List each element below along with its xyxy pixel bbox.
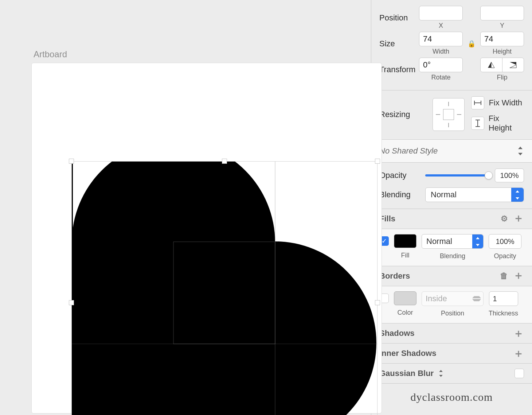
border-thickness-sublabel: Thickness: [489, 310, 518, 317]
fills-settings-icon[interactable]: ⚙: [501, 214, 508, 224]
position-label: Position: [379, 13, 419, 23]
opacity-label: Opacity: [379, 171, 419, 180]
selected-shape-group[interactable]: [72, 162, 377, 415]
position-x-input[interactable]: [419, 6, 463, 20]
fix-width-button[interactable]: Fix Width: [471, 96, 524, 109]
resizing-section: Resizing Fix Width: [371, 90, 532, 140]
fill-opacity-sublabel: Opacity: [494, 252, 516, 260]
borders-delete-icon[interactable]: 🗑: [500, 271, 508, 281]
inner-shadows-title: Inner Shadows: [379, 349, 436, 358]
flip-vertical-icon: [509, 61, 517, 69]
gaussian-blur-title: Gaussian Blur: [379, 369, 434, 378]
border-position-value: Inside: [426, 294, 447, 303]
fix-height-button[interactable]: Fix Height: [471, 114, 524, 133]
fill-blend-stepper-icon: [472, 234, 483, 248]
flip-horizontal-button[interactable]: [481, 58, 502, 72]
svg-marker-12: [510, 65, 516, 68]
width-sublabel: Width: [433, 48, 449, 55]
lock-aspect-icon[interactable]: 🔒: [468, 40, 476, 48]
selection-handle-middle-right[interactable]: [375, 300, 380, 305]
fill-color-swatch[interactable]: [394, 234, 416, 248]
shadows-title: Shadows: [379, 329, 415, 338]
opacity-slider-thumb[interactable]: [485, 171, 493, 179]
transform-label: Transform: [379, 65, 419, 74]
flip-vertical-button[interactable]: [502, 58, 524, 72]
canvas-area[interactable]: Artboard: [0, 0, 371, 415]
border-thickness-input[interactable]: 1: [489, 291, 518, 306]
selection-handle-top-right[interactable]: [375, 159, 380, 164]
selection-bounds: [71, 161, 378, 415]
shared-style-label: No Shared Style: [379, 146, 438, 156]
size-width-input[interactable]: [419, 32, 463, 46]
svg-marker-10: [491, 62, 494, 68]
border-position-stepper-icon: [472, 292, 481, 306]
fills-add-icon[interactable]: ＋: [513, 214, 524, 224]
gaussian-blur-header: Gaussian Blur: [371, 364, 532, 384]
blending-select[interactable]: Normal: [425, 187, 524, 202]
borders-header: Borders 🗑 ＋: [371, 266, 532, 286]
gaussian-blur-checkbox[interactable]: [515, 369, 524, 378]
blending-value: Normal: [431, 190, 457, 199]
fix-width-icon: [471, 96, 484, 109]
inner-shadows-header: Inner Shadows ＋: [371, 344, 532, 364]
artboard[interactable]: [31, 63, 382, 414]
resizing-label: Resizing: [379, 110, 426, 119]
opacity-value[interactable]: 100%: [495, 168, 524, 182]
fix-width-label: Fix Width: [489, 98, 522, 108]
border-color-sublabel: Color: [397, 309, 413, 317]
blending-stepper-icon: [511, 188, 524, 202]
flip-horizontal-icon: [487, 61, 495, 69]
geometry-section: Position X Y Size Width: [371, 0, 532, 90]
position-y-sublabel: Y: [500, 22, 504, 30]
resizing-pin-control[interactable]: [433, 98, 465, 131]
border-color-swatch[interactable]: [394, 291, 416, 305]
fix-height-label: Fix Height: [489, 114, 524, 133]
fill-blend-value: Normal: [426, 237, 452, 246]
flip-sublabel: Flip: [497, 74, 507, 81]
selection-handle-top-middle[interactable]: [222, 159, 227, 164]
fill-blend-sublabel: Blending: [440, 252, 465, 260]
border-position-select[interactable]: Inside: [422, 291, 484, 306]
position-y-input[interactable]: [480, 6, 524, 20]
border-item: ✓ Color Inside Position 1 Thickness: [371, 286, 532, 323]
fill-blend-select[interactable]: Normal: [422, 234, 484, 249]
opacity-slider[interactable]: [425, 174, 489, 177]
borders-add-icon[interactable]: ＋: [513, 271, 524, 281]
shadows-header: Shadows ＋: [371, 323, 532, 344]
position-x-sublabel: X: [439, 22, 443, 30]
rotate-input[interactable]: [419, 58, 463, 72]
fill-item: ✓ Fill Normal Blending 100% Opacity: [371, 229, 532, 266]
rotate-sublabel: Rotate: [431, 74, 450, 81]
shared-style-select[interactable]: No Shared Style: [371, 140, 532, 163]
gaussian-blur-stepper-icon[interactable]: [438, 370, 444, 377]
artboard-label[interactable]: Artboard: [34, 49, 67, 59]
blending-label: Blending: [379, 190, 419, 199]
watermark: dyclassroom.com: [371, 384, 532, 411]
size-height-input[interactable]: [480, 32, 524, 46]
borders-title: Borders: [379, 271, 410, 281]
svg-marker-11: [510, 62, 516, 65]
fill-sublabel: Fill: [401, 252, 410, 259]
size-label: Size: [379, 39, 419, 49]
selection-handle-top-left[interactable]: [69, 159, 74, 164]
shadows-add-icon[interactable]: ＋: [513, 329, 524, 337]
inner-shadows-add-icon[interactable]: ＋: [513, 349, 524, 357]
appearance-section: Opacity 100% Blending Normal: [371, 163, 532, 209]
selection-handle-middle-left[interactable]: [69, 300, 74, 305]
fill-opacity-input[interactable]: 100%: [489, 234, 521, 249]
updown-icon: [517, 147, 524, 155]
flip-group: [480, 58, 524, 72]
height-sublabel: Height: [493, 48, 512, 55]
svg-marker-9: [488, 62, 491, 68]
fix-height-icon: [471, 117, 484, 130]
fills-header: Fills ⚙ ＋: [371, 209, 532, 229]
inspector-sidebar: Position X Y Size Width: [371, 0, 532, 415]
border-position-sublabel: Position: [441, 310, 464, 317]
